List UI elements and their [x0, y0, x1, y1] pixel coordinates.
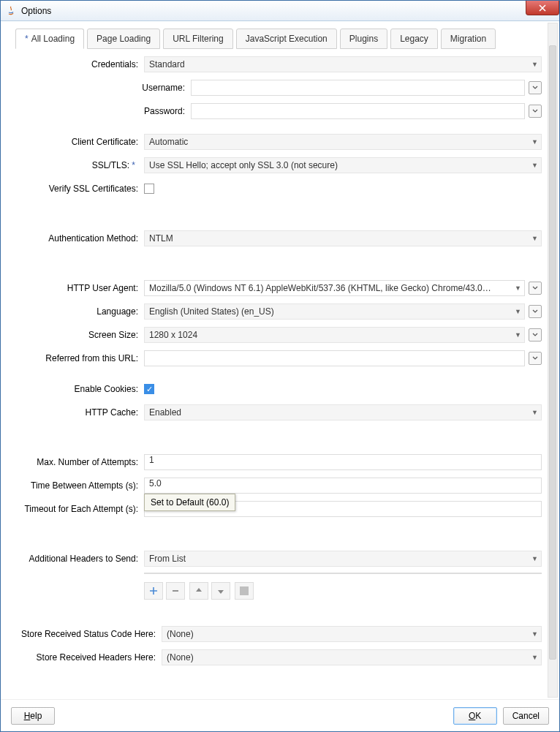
edit-header-button[interactable] — [235, 582, 254, 600]
chevron-down-icon: ▼ — [531, 555, 538, 562]
language-label: Language: — [15, 306, 144, 317]
chevron-down-icon: ▼ — [531, 61, 538, 68]
options-window: Options *All Loading Page Loading URL Fi… — [0, 0, 560, 732]
credentials-dropdown[interactable]: Standard▼ — [144, 56, 542, 72]
tab-plugins[interactable]: Plugins — [340, 29, 387, 49]
cookies-label: Enable Cookies: — [15, 384, 144, 394]
add-header-button[interactable] — [144, 582, 163, 600]
password-input[interactable] — [191, 103, 525, 119]
form: Credentials: Standard▼ Username: P — [15, 55, 542, 671]
client-area: *All Loading Page Loading URL Filtering … — [1, 21, 559, 731]
title-bar: Options — [1, 1, 559, 21]
auth-method-label: Authentication Method: — [15, 233, 144, 244]
password-label: Password: — [15, 106, 191, 116]
auth-method-dropdown[interactable]: NTLM▼ — [144, 230, 542, 246]
ssl-tls-label: SSL/TLS: * — [15, 160, 144, 170]
help-button[interactable]: Help — [11, 707, 55, 725]
chevron-down-icon: ▼ — [515, 308, 521, 315]
screen-size-dropdown[interactable]: 1280 x 1024▼ — [144, 327, 525, 343]
cancel-button[interactable]: Cancel — [503, 707, 549, 725]
user-agent-label: HTTP User Agent: — [15, 283, 144, 293]
tab-page-loading[interactable]: Page Loading — [87, 29, 160, 49]
chevron-down-icon: ▼ — [531, 630, 538, 638]
user-agent-var-button[interactable] — [529, 282, 542, 295]
screen-size-label: Screen Size: — [15, 330, 144, 340]
tab-js-execution[interactable]: JavaScript Execution — [236, 29, 337, 49]
tab-all-loading[interactable]: *All Loading — [15, 29, 84, 49]
max-attempts-label: Max. Number of Attempts: — [15, 457, 144, 467]
chevron-down-icon: ▼ — [531, 235, 538, 242]
additional-headers-label: Additional Headers to Send: — [15, 554, 144, 564]
http-cache-label: HTTP Cache: — [15, 407, 144, 418]
tab-legacy[interactable]: Legacy — [390, 29, 438, 49]
headers-here-label: Store Received Headers Here: — [15, 652, 162, 663]
chevron-down-icon: ▼ — [531, 409, 538, 416]
move-up-button[interactable] — [189, 582, 208, 600]
status-code-dropdown[interactable]: (None)▼ — [162, 626, 542, 642]
client-cert-dropdown[interactable]: Automatic▼ — [144, 134, 542, 150]
verify-ssl-label: Verify SSL Certificates: — [15, 184, 144, 194]
status-code-label: Store Received Status Code Here: — [15, 629, 162, 639]
password-var-button[interactable] — [529, 105, 542, 118]
chevron-down-icon: ▼ — [515, 284, 521, 292]
tab-url-filtering[interactable]: URL Filtering — [163, 29, 233, 49]
chevron-down-icon: ▼ — [515, 331, 521, 339]
username-input[interactable] — [191, 80, 525, 96]
tab-strip: *All Loading Page Loading URL Filtering … — [15, 29, 542, 49]
client-cert-label: Client Certificate: — [15, 137, 144, 147]
username-label: Username: — [15, 83, 191, 93]
headers-list-toolbar — [144, 582, 542, 600]
additional-headers-dropdown[interactable]: From List▼ — [144, 551, 542, 567]
headers-listbox[interactable] — [144, 573, 542, 574]
java-icon — [5, 5, 17, 17]
referred-input[interactable] — [144, 350, 525, 366]
language-var-button[interactable] — [529, 305, 542, 318]
remove-header-button[interactable] — [166, 582, 185, 600]
close-button[interactable] — [526, 1, 559, 15]
verify-ssl-checkbox[interactable] — [144, 184, 154, 194]
timeout-label: Timeout for Each Attempt (s): — [15, 504, 144, 514]
ok-button[interactable]: OK — [453, 707, 497, 725]
referred-var-button[interactable] — [529, 352, 542, 365]
language-dropdown[interactable]: English (United States) (en_US)▼ — [144, 303, 525, 320]
referred-label: Referred from this URL: — [15, 353, 144, 363]
ssl-tls-dropdown[interactable]: Use SSL Hello; accept only SSL 3.0 (not … — [144, 157, 542, 173]
max-attempts-input[interactable]: 1 — [144, 454, 542, 470]
http-cache-dropdown[interactable]: Enabled▼ — [144, 404, 542, 420]
time-between-input[interactable]: 5.0 — [144, 478, 542, 494]
user-agent-combobox[interactable]: Mozilla/5.0 (Windows NT 6.1) AppleWebKit… — [144, 280, 525, 296]
username-var-button[interactable] — [529, 81, 542, 94]
changed-marker-icon: * — [25, 34, 29, 44]
tab-migration[interactable]: Migration — [441, 29, 496, 49]
chevron-down-icon: ▼ — [531, 138, 538, 146]
square-icon — [240, 586, 249, 595]
cookies-checkbox[interactable] — [144, 384, 154, 394]
screen-size-var-button[interactable] — [529, 328, 542, 342]
credentials-label: Credentials: — [15, 59, 144, 69]
changed-marker-icon: * — [132, 160, 135, 170]
move-down-button[interactable] — [211, 582, 230, 600]
scroll-region: *All Loading Page Loading URL Filtering … — [1, 21, 559, 699]
chevron-down-icon: ▼ — [531, 654, 538, 661]
button-bar: Help OK Cancel — [1, 699, 559, 731]
tooltip-set-default: Set to Default (60.0) — [144, 494, 235, 511]
time-between-label: Time Between Attempts (s): — [15, 480, 144, 491]
headers-here-dropdown[interactable]: (None)▼ — [162, 649, 542, 665]
content: *All Loading Page Loading URL Filtering … — [1, 21, 548, 699]
window-title: Options — [21, 6, 51, 16]
vertical-scrollbar[interactable] — [548, 23, 558, 698]
chevron-down-icon: ▼ — [531, 162, 538, 169]
scrollbar-thumb[interactable] — [549, 45, 556, 660]
